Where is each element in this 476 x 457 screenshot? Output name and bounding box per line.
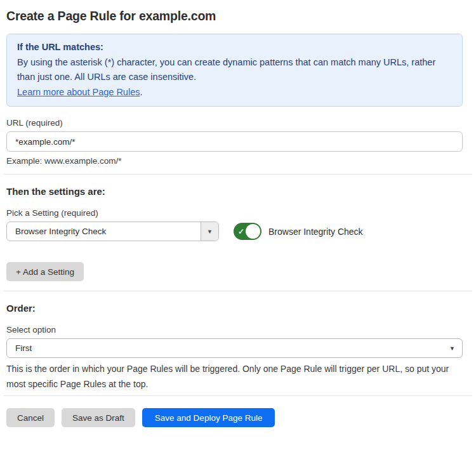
add-setting-button[interactable]: + Add a Setting xyxy=(6,262,84,281)
order-select-label: Select option xyxy=(6,325,470,334)
chevron-down-icon[interactable]: ▼ xyxy=(201,222,218,241)
footer-buttons: Cancel Save as Draft Save and Deploy Pag… xyxy=(6,408,476,427)
toggle-label: Browser Integrity Check xyxy=(268,227,363,237)
order-section-heading: Order: xyxy=(6,303,470,314)
settings-section-heading: Then the settings are: xyxy=(6,186,470,197)
setting-select[interactable]: Browser Integrity Check ▼ xyxy=(6,222,219,241)
save-deploy-button[interactable]: Save and Deploy Page Rule xyxy=(142,408,275,427)
setting-picker-label: Pick a Setting (required) xyxy=(6,208,470,218)
divider xyxy=(4,291,472,291)
divider xyxy=(4,174,472,175)
check-icon: ✓ xyxy=(238,228,244,235)
chevron-down-icon: ▼ xyxy=(449,345,455,352)
setting-row: Browser Integrity Check ▼ ✓ Browser Inte… xyxy=(6,222,463,241)
order-description: This is the order in which your Page Rul… xyxy=(6,362,463,392)
info-box-body: By using the asterisk (*) character, you… xyxy=(17,55,452,85)
info-box-link-line: Learn more about Page Rules. xyxy=(17,85,452,100)
browser-integrity-toggle[interactable]: ✓ xyxy=(234,223,261,240)
url-field-hint: Example: www.example.com/* xyxy=(6,156,470,166)
cancel-button[interactable]: Cancel xyxy=(6,408,55,427)
learn-more-link[interactable]: Learn more about Page Rules xyxy=(17,87,140,97)
create-page-rule-form: Create a Page Rule for example.com If th… xyxy=(0,9,476,427)
url-match-info-box: If the URL matches: By using the asteris… xyxy=(6,34,463,107)
divider xyxy=(4,395,472,396)
order-select[interactable]: First ▼ xyxy=(6,338,463,358)
order-select-value: First xyxy=(15,343,32,353)
setting-select-value: Browser Integrity Check xyxy=(7,222,201,241)
save-draft-button[interactable]: Save as Draft xyxy=(62,408,135,427)
info-box-heading: If the URL matches: xyxy=(17,40,452,55)
url-field-label: URL (required) xyxy=(6,118,470,128)
link-period: . xyxy=(140,87,142,97)
url-input[interactable] xyxy=(6,131,463,152)
page-title: Create a Page Rule for example.com xyxy=(6,9,463,23)
toggle-knob xyxy=(246,224,260,239)
